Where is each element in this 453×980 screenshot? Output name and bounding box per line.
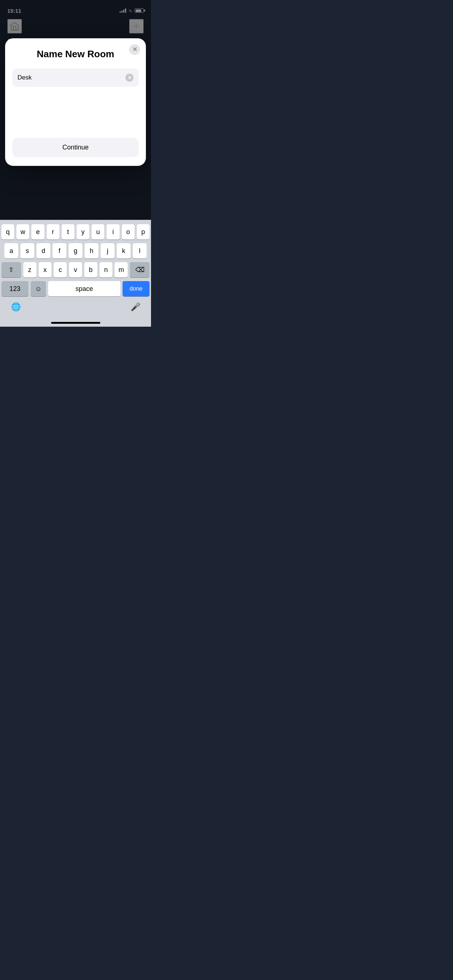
key-z[interactable]: z xyxy=(23,262,37,277)
key-b[interactable]: b xyxy=(84,262,97,277)
space-key[interactable]: space xyxy=(48,281,120,296)
key-e[interactable]: e xyxy=(31,224,44,240)
key-l[interactable]: l xyxy=(133,243,147,258)
keyboard-row-4: 123 ☺ space done xyxy=(2,281,150,296)
home-indicator-container xyxy=(0,320,151,327)
room-name-input[interactable] xyxy=(18,74,126,81)
keyboard-row-1: q w e r t y u i o p xyxy=(2,224,150,240)
name-new-room-modal: ✕ Name New Room ✕ Continue xyxy=(5,38,146,166)
keyboard-rows: q w e r t y u i o p a s d f g h j k l ⇧ … xyxy=(0,220,151,296)
key-m[interactable]: m xyxy=(115,262,128,277)
continue-button[interactable]: Continue xyxy=(13,138,139,157)
modal-spacer xyxy=(13,94,139,138)
key-h[interactable]: h xyxy=(85,243,99,258)
key-v[interactable]: v xyxy=(69,262,82,277)
key-d[interactable]: d xyxy=(37,243,50,258)
keyboard-row-3: ⇧ z x c v b n m ⌫ xyxy=(2,262,150,277)
key-a[interactable]: a xyxy=(4,243,18,258)
clear-icon: ✕ xyxy=(128,75,132,81)
backspace-key[interactable]: ⌫ xyxy=(130,262,150,277)
key-o[interactable]: o xyxy=(122,224,135,240)
key-s[interactable]: s xyxy=(21,243,34,258)
close-icon: ✕ xyxy=(132,47,137,52)
modal-title: Name New Room xyxy=(13,48,139,60)
emoji-key[interactable]: ☺ xyxy=(30,281,46,296)
key-u[interactable]: u xyxy=(91,224,104,240)
home-indicator xyxy=(51,322,100,324)
key-w[interactable]: w xyxy=(16,224,29,240)
key-k[interactable]: k xyxy=(117,243,131,258)
keyboard: q w e r t y u i o p a s d f g h j k l ⇧ … xyxy=(0,220,151,327)
numbers-key[interactable]: 123 xyxy=(2,281,29,296)
key-t[interactable]: t xyxy=(62,224,74,240)
input-clear-button[interactable]: ✕ xyxy=(126,74,134,82)
key-p[interactable]: p xyxy=(137,224,150,240)
key-y[interactable]: y xyxy=(77,224,89,240)
key-c[interactable]: c xyxy=(54,262,67,277)
done-key[interactable]: done xyxy=(123,281,150,296)
key-i[interactable]: i xyxy=(107,224,119,240)
key-r[interactable]: r xyxy=(47,224,59,240)
room-name-input-container: ✕ xyxy=(13,68,139,87)
keyboard-bottom-bar: 🌐 🎤 xyxy=(0,300,151,320)
modal-close-button[interactable]: ✕ xyxy=(129,44,140,55)
microphone-icon[interactable]: 🎤 xyxy=(130,302,141,312)
shift-key[interactable]: ⇧ xyxy=(2,262,21,277)
key-q[interactable]: q xyxy=(2,224,14,240)
globe-icon[interactable]: 🌐 xyxy=(10,302,21,312)
keyboard-row-2: a s d f g h j k l xyxy=(2,243,150,258)
key-g[interactable]: g xyxy=(69,243,83,258)
key-j[interactable]: j xyxy=(100,243,115,258)
key-n[interactable]: n xyxy=(100,262,113,277)
key-x[interactable]: x xyxy=(39,262,52,277)
key-f[interactable]: f xyxy=(53,243,66,258)
